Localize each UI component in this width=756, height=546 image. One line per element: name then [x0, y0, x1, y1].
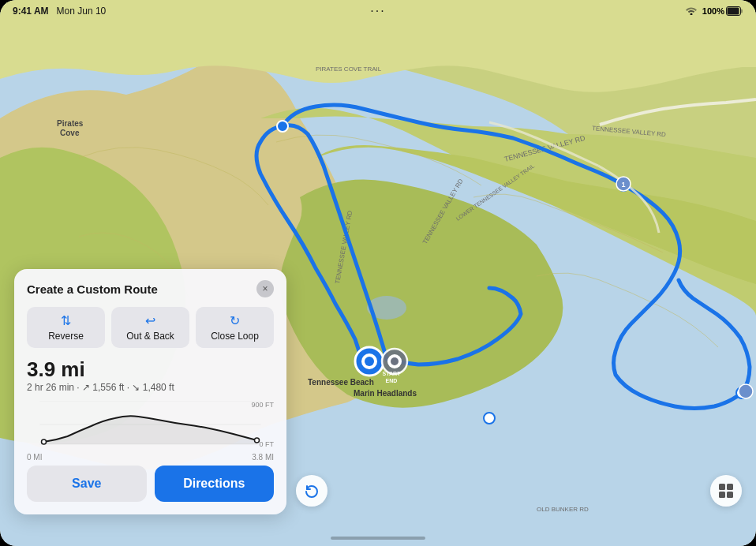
- svg-text:1: 1: [621, 181, 625, 189]
- close-loop-button[interactable]: ↻ Close Loop: [196, 307, 274, 348]
- card-header: Create a Custom Route ×: [27, 280, 274, 297]
- svg-text:Marin Headlands: Marin Headlands: [354, 389, 417, 398]
- status-time: 9:41 AM: [13, 6, 49, 17]
- stats-section: 3.9 mi 2 hr 26 min · ↗ 1,556 ft · ↘ 1,48…: [27, 359, 274, 393]
- svg-point-12: [484, 413, 495, 424]
- battery-icon: 100%: [702, 6, 743, 16]
- elevation-chart: 900 FT 0 FT 0 MI 3.8 MI: [27, 401, 274, 456]
- svg-text:OLD BUNKER RD: OLD BUNKER RD: [537, 506, 589, 513]
- svg-text:Tennessee Beach: Tennessee Beach: [308, 378, 374, 387]
- svg-rect-38: [719, 492, 725, 498]
- chart-x-end: 3.8 MI: [252, 453, 274, 462]
- map-options-button[interactable]: [710, 475, 742, 507]
- distance-text: 3.9 mi: [27, 359, 274, 380]
- app-container: TENNESSEE VALLEY RD TENNESSEE VALLEY RD …: [0, 0, 756, 546]
- status-dots: ···: [370, 4, 385, 18]
- status-right: 100%: [685, 6, 743, 17]
- stats-detail: 2 hr 26 min · ↗ 1,556 ft · ↘ 1,480 ft: [27, 382, 274, 393]
- svg-rect-29: [741, 9, 743, 13]
- svg-point-27: [739, 384, 753, 398]
- svg-rect-39: [727, 492, 733, 498]
- route-actions: ⇅ Reverse ↩ Out & Back ↻ Close Loop: [27, 307, 274, 348]
- svg-rect-30: [728, 8, 739, 15]
- svg-text:Pirates: Pirates: [57, 119, 84, 128]
- out-back-icon: ↩: [145, 313, 155, 328]
- save-button[interactable]: Save: [27, 466, 147, 502]
- svg-text:Cove: Cove: [60, 129, 80, 137]
- svg-text:END: END: [386, 378, 398, 383]
- home-indicator: [331, 537, 425, 540]
- reverse-icon: ⇅: [61, 313, 71, 328]
- chart-x-labels: 0 MI 3.8 MI: [27, 453, 274, 462]
- chart-x-start: 0 MI: [27, 453, 42, 462]
- svg-rect-36: [719, 484, 725, 490]
- svg-point-9: [277, 121, 288, 132]
- directions-button[interactable]: Directions: [155, 466, 275, 502]
- svg-rect-37: [727, 484, 733, 490]
- svg-text:START: START: [383, 371, 402, 376]
- loop-icon: ↻: [230, 313, 240, 328]
- undo-button[interactable]: [296, 475, 327, 507]
- reverse-button[interactable]: ⇅ Reverse: [27, 307, 105, 348]
- svg-point-34: [42, 439, 47, 444]
- card-buttons: Save Directions: [27, 466, 274, 502]
- status-bar: 9:41 AM Mon Jun 10 ··· 100%: [0, 0, 756, 22]
- chart-right-labels: 900 FT 0 FT: [251, 401, 274, 448]
- elevation-chart-svg: [27, 401, 274, 448]
- chart-bottom-label: 0 FT: [251, 440, 274, 448]
- wifi-icon: [685, 6, 698, 17]
- reverse-label: Reverse: [48, 331, 84, 342]
- svg-text:PIRATES COVE TRAIL: PIRATES COVE TRAIL: [316, 65, 382, 73]
- close-button[interactable]: ×: [256, 280, 274, 297]
- loop-label: Close Loop: [211, 331, 259, 342]
- out-and-back-button[interactable]: ↩ Out & Back: [111, 307, 189, 348]
- route-card: Create a Custom Route × ⇅ Reverse ↩ Out …: [14, 269, 286, 514]
- out-back-label: Out & Back: [126, 331, 174, 342]
- card-title: Create a Custom Route: [27, 282, 158, 296]
- chart-top-label: 900 FT: [251, 401, 274, 409]
- svg-point-18: [391, 357, 399, 365]
- svg-point-15: [365, 357, 374, 366]
- status-date: Mon Jun 10: [57, 6, 107, 17]
